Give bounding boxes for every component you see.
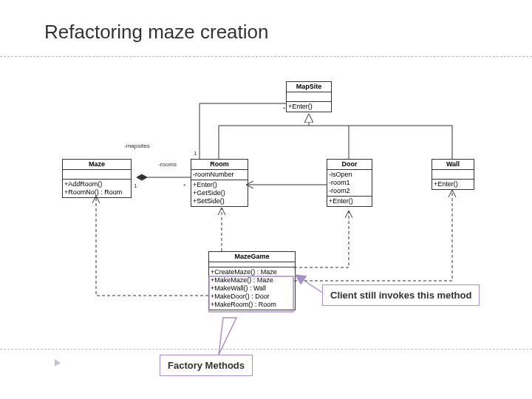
attr: -room1 xyxy=(329,179,370,187)
class-door: Door -isOpen -room1 -room2 +Enter() xyxy=(327,159,372,207)
class-attrs xyxy=(287,92,331,102)
class-ops: +Enter() +GetSide() +SetSide() xyxy=(191,180,248,206)
class-name: MazeGame xyxy=(209,252,295,262)
class-mazegame: MazeGame +CreateMaze() : Maze +MakeMaze(… xyxy=(208,251,296,310)
class-ops: +Enter() xyxy=(432,180,474,189)
op: +GetSide() xyxy=(193,189,246,197)
op: +RoomNo() : Room xyxy=(64,188,129,197)
label-mapsites: -mapsites xyxy=(124,143,150,149)
page-title: Refactoring maze creation xyxy=(44,21,268,44)
svg-line-7 xyxy=(296,275,322,293)
label-one: 1 xyxy=(134,183,137,189)
label-rooms: -rooms xyxy=(158,161,177,168)
class-ops: +CreateMaze() : Maze +MakeMaze() : Maze … xyxy=(209,267,295,310)
class-ops: +Enter() xyxy=(287,102,331,112)
class-ops: +Enter() xyxy=(327,197,372,206)
op: +AddRoom() xyxy=(64,180,129,188)
class-mapsite: MapSite +Enter() xyxy=(286,81,332,112)
op: +Enter() xyxy=(193,181,246,189)
op: +MakeDoor() : Door xyxy=(211,293,293,301)
class-attrs xyxy=(209,262,295,267)
op: +MakeRoom() : Room xyxy=(211,301,293,309)
class-wall: Wall +Enter() xyxy=(432,159,474,190)
op: +CreateMaze() : Maze xyxy=(211,268,293,276)
class-attrs: -isOpen -room1 -room2 xyxy=(327,170,372,197)
divider-bottom xyxy=(0,349,532,349)
label-one: 1 xyxy=(194,150,197,157)
callout-factory-methods: Factory Methods xyxy=(160,355,253,376)
attr: -isOpen xyxy=(329,171,370,179)
label-star: * xyxy=(283,106,285,112)
slide-nav-icon xyxy=(55,359,61,366)
attr: -room2 xyxy=(329,187,370,195)
op: +MakeMaze() : Maze xyxy=(211,276,293,284)
class-name: Room xyxy=(191,160,248,170)
class-name: MapSite xyxy=(287,82,331,92)
class-ops: +AddRoom() +RoomNo() : Room xyxy=(63,180,131,197)
diamond-icon xyxy=(137,174,147,180)
op: +SetSide() xyxy=(193,197,246,205)
class-maze: Maze +AddRoom() +RoomNo() : Room xyxy=(62,159,132,198)
divider-top xyxy=(0,56,532,57)
class-room: Room -roomNumber +Enter() +GetSide() +Se… xyxy=(191,159,248,207)
note-client-invokes: Client still invokes this method xyxy=(322,284,480,306)
class-attrs xyxy=(432,170,474,180)
op: +MakeWall() : Wall xyxy=(211,284,293,293)
class-name: Wall xyxy=(432,160,474,170)
label-star: * xyxy=(183,183,185,189)
class-attrs xyxy=(63,170,131,180)
class-name: Maze xyxy=(63,160,131,170)
class-attrs: -roomNumber xyxy=(191,170,248,180)
class-name: Door xyxy=(327,160,372,170)
